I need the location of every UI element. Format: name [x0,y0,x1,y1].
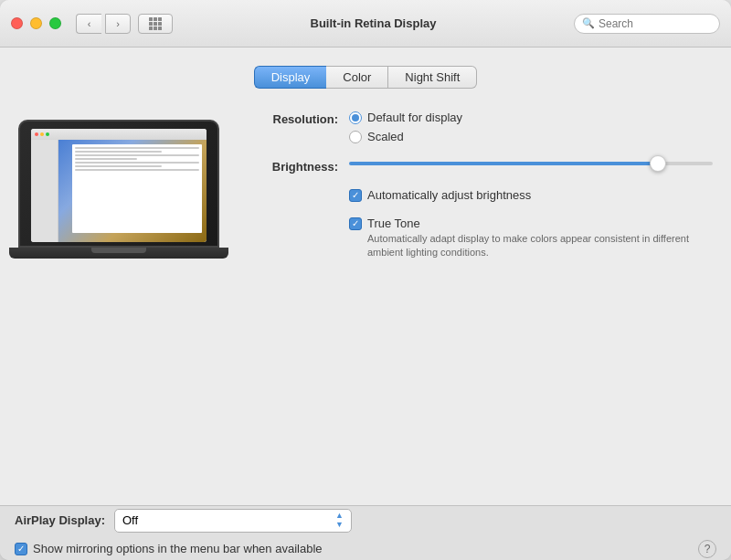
auto-brightness-label: Automatically adjust brightness [367,188,531,202]
forward-button[interactable]: › [105,14,131,34]
settings-area: Resolution: Default for display Scaled [18,111,713,505]
grid-button[interactable] [138,14,173,34]
window-title: Built-in Retina Display [173,16,574,30]
mirroring-label: Show mirroring options in the menu bar w… [33,542,323,555]
laptop-body [18,120,219,248]
screen-sidebar [31,140,58,242]
search-box[interactable]: 🔍 [574,14,720,34]
tab-night-shift[interactable]: Night Shift [388,66,477,89]
laptop-preview [18,111,219,505]
true-tone-checkbox[interactable]: ✓ [349,217,362,230]
titlebar: ‹ › Built-in Retina Display 🔍 [0,0,731,48]
search-input[interactable] [599,17,712,30]
grid-icon [149,17,162,30]
resolution-options: Default for display Scaled [349,111,713,143]
brightness-thumb[interactable] [650,155,666,172]
laptop-image [18,120,219,266]
laptop-screen [31,129,207,242]
true-tone-content: True Tone Automatically adapt display to… [367,217,713,260]
minimize-button[interactable] [30,17,42,29]
mirroring-checkbox[interactable]: ✓ [15,543,27,555]
auto-brightness-checkbox[interactable]: ✓ [349,189,362,202]
doc-line [75,169,199,171]
tab-color[interactable]: Color [326,66,388,89]
screen-max-dot [46,132,49,136]
true-tone-checkbox-row: ✓ True Tone Automatically adapt display … [349,217,713,260]
screen-doc [72,144,202,233]
back-icon: ‹ [88,18,91,29]
checkmark-icon: ✓ [352,191,359,200]
brightness-slider-container [349,162,713,165]
auto-brightness-row: ✓ Automatically adjust brightness [349,188,713,202]
settings-controls: Resolution: Default for display Scaled [247,111,713,505]
chevron-up-icon: ▲ [335,512,344,520]
airplay-select[interactable]: Off ▲ ▼ [114,509,352,533]
airplay-value: Off [122,513,138,527]
doc-line [75,151,162,153]
window: ‹ › Built-in Retina Display 🔍 Display Co… [0,0,731,560]
doc-line [75,158,137,160]
screen-close-dot [35,132,38,136]
brightness-content [349,158,713,165]
radio-default-inner [352,114,359,122]
tab-display[interactable]: Display [254,66,327,89]
traffic-lights [11,17,61,29]
laptop-base [9,248,228,259]
bottom-full-row: AirPlay Display: Off ▲ ▼ ✓ Show mirrorin… [15,509,716,558]
screen-topbar [31,129,207,140]
doc-line [75,162,199,164]
radio-default[interactable]: Default for display [349,111,713,124]
search-icon: 🔍 [582,17,595,29]
screen-min-dot [40,132,44,136]
radio-scaled-circle[interactable] [349,131,362,143]
bottom-top-row: AirPlay Display: Off ▲ ▼ [15,509,716,533]
screen-content [31,140,207,242]
resolution-label: Resolution: [247,111,338,126]
airplay-label: AirPlay Display: [15,513,105,527]
doc-line [75,147,199,149]
bottom-bottom-row: ✓ Show mirroring options in the menu bar… [15,540,716,558]
back-button[interactable]: ‹ [76,14,101,34]
auto-brightness-checkbox-row: ✓ Automatically adjust brightness [349,188,531,202]
radio-scaled[interactable]: Scaled [349,130,713,143]
content: Display Color Night Shift [0,48,731,505]
laptop-hinge [91,248,146,253]
checkmark-icon: ✓ [352,219,359,228]
brightness-row: Brightness: [247,158,713,174]
doc-line [75,154,199,156]
close-button[interactable] [11,17,23,29]
brightness-label: Brightness: [247,158,338,174]
select-arrows-icon: ▲ ▼ [335,512,344,529]
doc-line [75,165,162,167]
brightness-track [349,162,713,165]
tabs: Display Color Night Shift [18,66,713,89]
bottom-bar: AirPlay Display: Off ▲ ▼ ✓ Show mirrorin… [0,505,731,560]
true-tone-label: True Tone [367,217,713,230]
chevron-down-icon: ▼ [335,521,344,529]
radio-default-label: Default for display [367,111,462,124]
checkmark-icon: ✓ [17,544,25,554]
help-button[interactable]: ? [698,540,716,558]
radio-default-circle[interactable] [349,111,362,124]
screen-main [58,140,207,242]
radio-scaled-label: Scaled [367,130,404,143]
forward-icon: › [116,18,120,29]
nav-buttons: ‹ › [76,14,131,34]
resolution-row: Resolution: Default for display Scaled [247,111,713,143]
maximize-button[interactable] [49,17,61,29]
true-tone-row: ✓ True Tone Automatically adapt display … [349,217,713,260]
true-tone-description: Automatically adapt display to make colo… [367,232,713,260]
